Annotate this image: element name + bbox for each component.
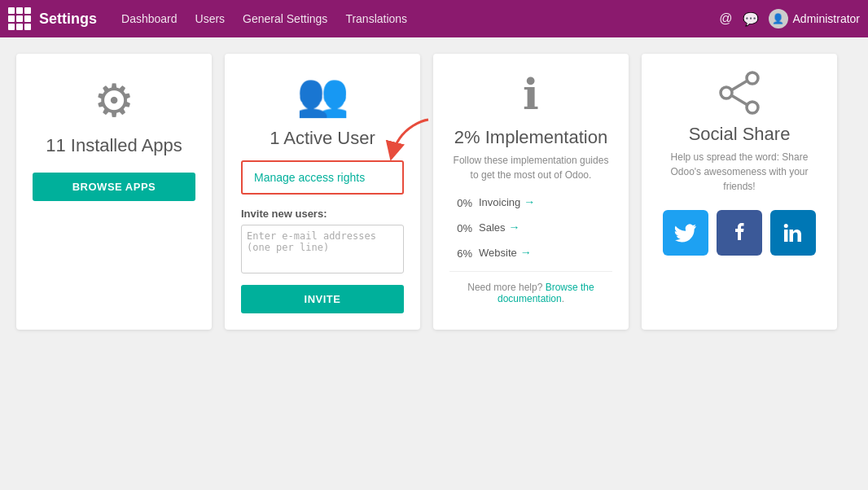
topnav: Settings Dashboard Users General Setting… [0, 0, 868, 37]
invite-button[interactable]: INVITE [241, 285, 404, 313]
apps-grid-icon[interactable] [8, 7, 31, 30]
app-title: Settings [39, 11, 97, 28]
invoicing-label: Invoicing [479, 196, 520, 208]
website-pct: 6% [449, 247, 472, 260]
progress-item-sales: 0% Sales → [449, 221, 612, 236]
svg-point-7 [784, 224, 788, 228]
info-icon: ℹ [449, 70, 612, 119]
share-icon [658, 70, 821, 116]
sales-pct: 0% [449, 222, 472, 234]
help-label: Need more help? [467, 282, 542, 293]
divider [449, 271, 612, 272]
manage-access-link[interactable]: Manage access rights [254, 171, 365, 184]
svg-point-3 [747, 102, 758, 113]
user-menu[interactable]: 👤 Administrator [769, 9, 860, 28]
sales-label: Sales [479, 221, 506, 234]
avatar: 👤 [769, 9, 788, 28]
nav-general-settings[interactable]: General Settings [243, 12, 327, 25]
linkedin-button[interactable] [770, 210, 816, 256]
social-share-card: Social Share Help us spread the word: Sh… [642, 54, 837, 330]
progress-item-invoicing: 0% Invoicing → [449, 195, 612, 211]
website-arrow-icon: → [520, 246, 532, 259]
svg-line-4 [731, 81, 747, 90]
sales-arrow-icon: → [509, 221, 520, 234]
nav-dashboard[interactable]: Dashboard [121, 12, 178, 25]
invoicing-pct: 0% [449, 197, 472, 209]
website-progress-row: Website → [479, 246, 612, 261]
at-icon[interactable]: @ [719, 11, 732, 26]
chat-icon[interactable]: 💬 [743, 11, 759, 27]
gear-icon: ⚙ [94, 78, 134, 124]
active-users-title: 1 Active User [241, 128, 404, 149]
active-users-card: 👥 1 Active User Manage access rights Inv… [225, 54, 420, 330]
facebook-button[interactable] [717, 210, 762, 256]
website-label-row: Website → [479, 246, 612, 259]
username: Administrator [793, 12, 860, 25]
installed-apps-card: ⚙ 11 Installed Apps BROWSE APPS [16, 54, 212, 330]
implementation-title: 2% Implementation [449, 127, 612, 148]
website-link[interactable]: Website → [479, 246, 532, 259]
implementation-card: ℹ 2% Implementation Follow these impleme… [433, 54, 629, 330]
svg-point-2 [721, 87, 732, 98]
sales-label-row: Sales → [479, 221, 612, 234]
invoicing-link[interactable]: Invoicing → [479, 195, 535, 208]
installed-apps-title: 11 Installed Apps [46, 135, 182, 156]
nav-links: Dashboard Users General Settings Transla… [121, 12, 719, 25]
nav-users[interactable]: Users [195, 12, 226, 25]
browse-apps-button[interactable]: BROWSE APPS [33, 173, 195, 201]
invite-textarea[interactable] [241, 225, 404, 273]
topnav-right: @ 💬 👤 Administrator [719, 9, 860, 28]
progress-item-website: 6% Website → [449, 246, 612, 261]
help-text: Need more help? Browse the documentation… [449, 282, 612, 304]
invoicing-progress-row: Invoicing → [479, 195, 612, 211]
svg-point-1 [747, 72, 758, 84]
arrow-container: Manage access rights [241, 160, 404, 195]
social-buttons [658, 210, 821, 256]
social-share-title: Social Share [658, 124, 821, 145]
svg-line-5 [731, 95, 747, 105]
invoicing-label-row: Invoicing → [479, 195, 612, 208]
invoicing-arrow-icon: → [524, 195, 535, 208]
nav-translations[interactable]: Translations [345, 12, 407, 25]
twitter-button[interactable] [663, 210, 708, 256]
users-icon: 👥 [241, 70, 404, 120]
social-share-subtitle: Help us spread the word: Share Odoo's aw… [658, 150, 821, 194]
main-content: ⚙ 11 Installed Apps BROWSE APPS 👥 1 Acti… [0, 37, 868, 346]
invite-label: Invite new users: [241, 208, 404, 220]
manage-access-box[interactable]: Manage access rights [241, 160, 404, 195]
svg-rect-6 [784, 230, 788, 242]
sales-link[interactable]: Sales → [479, 221, 520, 234]
implementation-subtitle: Follow these implementation guides to ge… [449, 153, 612, 182]
website-label: Website [479, 247, 517, 259]
sales-progress-row: Sales → [479, 221, 612, 236]
